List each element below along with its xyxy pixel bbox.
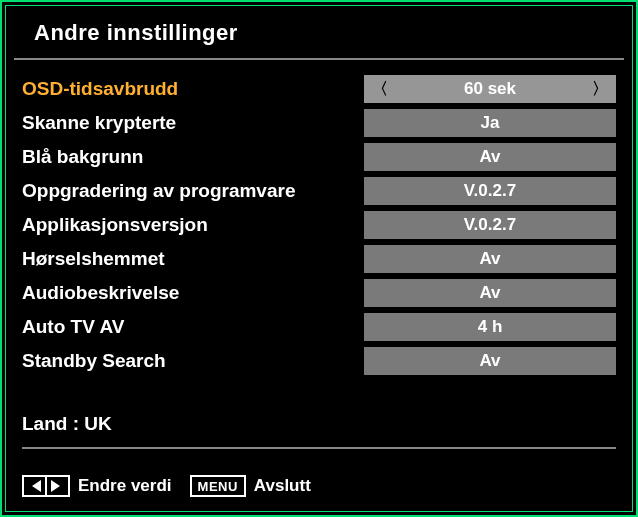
- setting-label: Oppgradering av programvare: [22, 180, 364, 202]
- setting-value[interactable]: Av: [364, 143, 616, 171]
- setting-row[interactable]: HørselshemmetAv: [22, 244, 616, 274]
- inner-frame: Andre innstillinger OSD-tidsavbrudd〈60 s…: [5, 5, 633, 512]
- setting-value-text: Av: [479, 249, 500, 269]
- chevron-right-icon[interactable]: 〉: [592, 79, 608, 100]
- footer-hints: Endre verdi MENU Avslutt: [22, 475, 321, 497]
- setting-label: OSD-tidsavbrudd: [22, 78, 364, 100]
- setting-row[interactable]: Blå bakgrunnAv: [22, 142, 616, 172]
- setting-row[interactable]: Skanne krypterteJa: [22, 108, 616, 138]
- setting-row[interactable]: Auto TV AV4 h: [22, 312, 616, 342]
- triangle-left-icon: [32, 480, 41, 492]
- settings-list: OSD-tidsavbrudd〈60 sek〉Skanne krypterteJ…: [6, 60, 632, 376]
- page-title: Andre innstillinger: [34, 20, 604, 46]
- setting-value[interactable]: Ja: [364, 109, 616, 137]
- setting-value[interactable]: V.0.2.7: [364, 177, 616, 205]
- setting-row[interactable]: AudiobeskrivelseAv: [22, 278, 616, 308]
- country-section: Land : UK: [22, 413, 616, 449]
- setting-label: Auto TV AV: [22, 316, 364, 338]
- setting-label: Applikasjonsversjon: [22, 214, 364, 236]
- setting-row[interactable]: Standby SearchAv: [22, 346, 616, 376]
- nav-arrows-icon: [22, 475, 70, 497]
- setting-label: Hørselshemmet: [22, 248, 364, 270]
- setting-value-text: Av: [479, 147, 500, 167]
- country-label: Land : UK: [22, 413, 616, 435]
- exit-label: Avslutt: [254, 476, 311, 496]
- setting-value-text: V.0.2.7: [464, 215, 516, 235]
- setting-value-text: 4 h: [478, 317, 503, 337]
- setting-label: Audiobeskrivelse: [22, 282, 364, 304]
- setting-value-text: 60 sek: [464, 79, 516, 99]
- chevron-left-icon[interactable]: 〈: [372, 79, 388, 100]
- setting-label: Blå bakgrunn: [22, 146, 364, 168]
- menu-button-icon: MENU: [190, 475, 246, 497]
- setting-value[interactable]: 4 h: [364, 313, 616, 341]
- setting-value-text: Av: [479, 351, 500, 371]
- setting-row[interactable]: ApplikasjonsversjonV.0.2.7: [22, 210, 616, 240]
- title-section: Andre innstillinger: [14, 6, 624, 60]
- triangle-right-icon: [51, 480, 60, 492]
- setting-value[interactable]: V.0.2.7: [364, 211, 616, 239]
- setting-row[interactable]: Oppgradering av programvareV.0.2.7: [22, 176, 616, 206]
- change-value-label: Endre verdi: [78, 476, 172, 496]
- setting-label: Skanne krypterte: [22, 112, 364, 134]
- setting-value-text: Ja: [481, 113, 500, 133]
- setting-label: Standby Search: [22, 350, 364, 372]
- setting-value[interactable]: Av: [364, 347, 616, 375]
- setting-row[interactable]: OSD-tidsavbrudd〈60 sek〉: [22, 74, 616, 104]
- divider-icon: [45, 477, 47, 495]
- setting-value-text: Av: [479, 283, 500, 303]
- setting-value-text: V.0.2.7: [464, 181, 516, 201]
- setting-value[interactable]: Av: [364, 279, 616, 307]
- outer-frame: Andre innstillinger OSD-tidsavbrudd〈60 s…: [0, 0, 638, 517]
- setting-value[interactable]: 〈60 sek〉: [364, 75, 616, 103]
- setting-value[interactable]: Av: [364, 245, 616, 273]
